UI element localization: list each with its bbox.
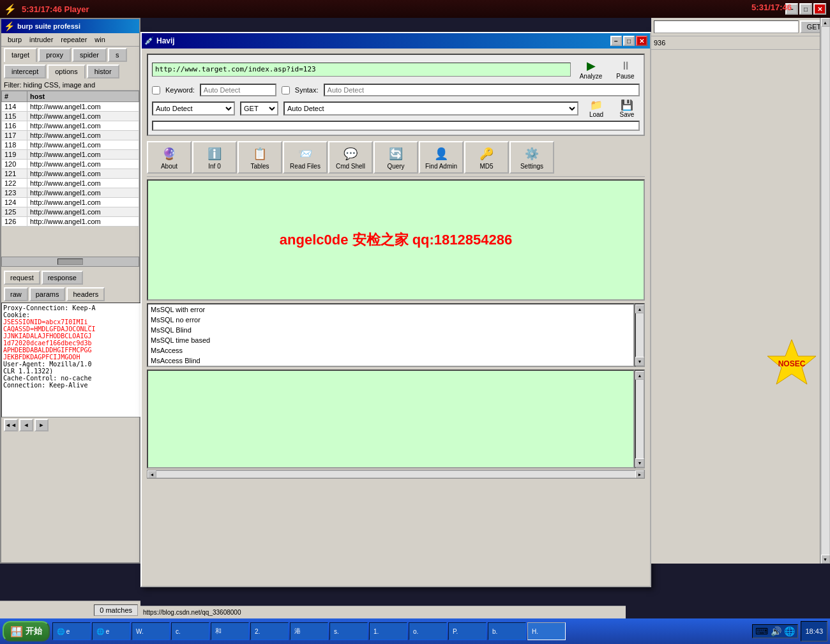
tab-intercept[interactable]: intercept (4, 64, 46, 79)
burp-menubar: burp intruder repeater win (1, 33, 139, 47)
save-button[interactable]: 💾 Save (614, 99, 640, 118)
havij-content: ▶ Analyze ⏸ Pause Keyword: Syntax: (142, 49, 650, 484)
find-admin-icon: 👤 (432, 145, 450, 163)
havij-title-left: 💉 Havij (144, 36, 175, 45)
method-dropdown[interactable]: Auto Detect (152, 101, 235, 116)
taskbar-item-5[interactable]: 2. (250, 622, 289, 640)
cmd-shell-button[interactable]: 💬 Cmd Shell (328, 141, 373, 174)
taskbar-item-1[interactable]: 🌐 e (92, 622, 130, 640)
burp-title: burp suite professi (17, 22, 80, 30)
taskbar-item-2[interactable]: W. (132, 622, 170, 640)
taskbar-item-6[interactable]: 港 (290, 622, 328, 640)
havij-window: 💉 Havij − □ ✕ ▶ Analyze ⏸ Pause (140, 32, 651, 587)
taskbar-item-4[interactable]: 和 (211, 622, 249, 640)
table-row: 122http://www.angel1.com (2, 179, 139, 188)
havij-title: Havij (156, 36, 175, 45)
tab-s[interactable]: s (108, 48, 127, 62)
req-line-12: Connection: Keep-Alive (3, 382, 145, 389)
taskbar-item-3[interactable]: c. (171, 622, 209, 640)
close-button[interactable]: ✕ (813, 3, 826, 15)
tab-options[interactable]: options (47, 64, 85, 79)
hscroll-right[interactable]: ► (635, 470, 644, 478)
havij-icon: 💉 (144, 36, 154, 45)
scroll-down-bottom[interactable]: ▼ (635, 458, 644, 467)
db-scrollbar[interactable]: ▲ ▼ (635, 303, 645, 367)
req-line-5: JJNKIADALAJFHODBCLOAIGJ (3, 333, 145, 340)
taskbar-item-8[interactable]: 1. (369, 622, 407, 640)
analyze-button[interactable]: ▶ Analyze (573, 59, 608, 80)
db-list-item: MsSQL no error (148, 315, 633, 325)
tab-headers[interactable]: headers (66, 287, 105, 301)
req-line-10: CLR 1.1.1322) (3, 368, 145, 375)
tab-proxy[interactable]: proxy (38, 48, 71, 62)
right-scroll-up[interactable]: ▲ (821, 18, 830, 27)
info-button[interactable]: ℹ️ Inf 0 (192, 141, 237, 174)
keyword-input[interactable] (200, 84, 276, 96)
table-row: 115http://www.angel1.com (2, 112, 139, 121)
row-host: http://www.angel1.com (27, 121, 139, 131)
taskbar-items: 🌐 e 🌐 e W. c. 和 2. 港 s. 1. o. P. b. H. (52, 622, 750, 640)
menu-burp[interactable]: burp (4, 34, 26, 45)
about-button[interactable]: 🔮 About (147, 141, 192, 174)
syntax-input[interactable] (324, 84, 640, 96)
col-num: # (2, 91, 27, 102)
taskbar-item-7[interactable]: s. (329, 622, 368, 640)
tab-response[interactable]: response (42, 271, 83, 285)
row-host: http://www.angel1.com (27, 198, 139, 207)
scroll-up-bottom[interactable]: ▲ (635, 371, 644, 380)
http-method-dropdown[interactable]: GET (240, 101, 278, 116)
tab-spider[interactable]: spider (72, 48, 107, 62)
nav-next[interactable]: ► (34, 419, 49, 431)
menu-repeater[interactable]: repeater (57, 34, 91, 45)
hscroll-left[interactable]: ◄ (147, 470, 156, 478)
url-input[interactable] (152, 63, 571, 77)
settings-button[interactable]: ⚙️ Settings (509, 141, 554, 174)
havij-maximize[interactable]: □ (623, 36, 635, 46)
havij-close[interactable]: ✕ (636, 36, 647, 46)
horizontal-scrollbar[interactable] (1, 257, 139, 267)
find-admin-button[interactable]: 👤 Find Admin (419, 141, 464, 174)
tables-button[interactable]: 📋 Tables (238, 141, 282, 174)
taskbar-item-9[interactable]: o. (409, 622, 447, 640)
read-files-button[interactable]: 📨 Read Files (283, 141, 328, 174)
row-num: 126 (2, 217, 27, 227)
taskbar-item-10[interactable]: P. (448, 622, 487, 640)
start-button[interactable]: 🪟 开始 (3, 621, 50, 641)
right-scrollbar[interactable]: ▲ ▼ (820, 18, 830, 564)
about-icon: 🔮 (160, 145, 178, 163)
table-row: 118http://www.angel1.com (2, 140, 139, 150)
right-scroll-down[interactable]: ▼ (821, 555, 830, 564)
nav-prev[interactable]: ◄ (19, 419, 33, 431)
scroll-down[interactable]: ▼ (635, 357, 644, 366)
request-content: Proxy-Connection: Keep-A Cookie: JSESSIO… (1, 303, 147, 417)
right-input[interactable] (654, 20, 799, 33)
burp-status-bar: 0 matches (0, 601, 140, 618)
maximize-button[interactable]: □ (799, 3, 812, 15)
scroll-up[interactable]: ▲ (635, 304, 644, 313)
tab-request[interactable]: request (4, 271, 40, 285)
load-button[interactable]: 📁 Load (584, 99, 609, 118)
bottom-scrollbar[interactable]: ▲ ▼ (635, 370, 645, 468)
taskbar-item-12[interactable]: H. (527, 622, 566, 640)
bottom-section: ▲ ▼ (147, 370, 645, 468)
menu-win[interactable]: win (91, 34, 109, 45)
menu-intruder[interactable]: intruder (26, 34, 57, 45)
tab-histor[interactable]: histor (87, 64, 119, 79)
query-button[interactable]: 🔄 Query (374, 141, 418, 174)
url-row: ▶ Analyze ⏸ Pause (152, 59, 640, 80)
keyword-checkbox[interactable] (152, 86, 160, 94)
horizontal-scroll-bottom[interactable]: ◄ ► (147, 470, 645, 479)
tab-target[interactable]: target (4, 48, 37, 62)
havij-minimize[interactable]: − (610, 36, 622, 46)
taskbar-item-11[interactable]: b. (488, 622, 526, 640)
taskbar-item-0[interactable]: 🌐 e (52, 622, 91, 640)
tab-raw[interactable]: raw (4, 287, 28, 301)
nav-buttons: ◄◄ ◄ ► (1, 417, 139, 433)
tab-params[interactable]: params (29, 287, 66, 301)
encoding-dropdown[interactable]: Auto Detect (283, 101, 578, 116)
pause-button[interactable]: ⏸ Pause (611, 59, 640, 80)
nav-prev-prev[interactable]: ◄◄ (4, 419, 18, 431)
row-num: 120 (2, 160, 27, 169)
md5-button[interactable]: 🔑 MD5 (464, 141, 509, 174)
syntax-checkbox[interactable] (282, 86, 290, 94)
